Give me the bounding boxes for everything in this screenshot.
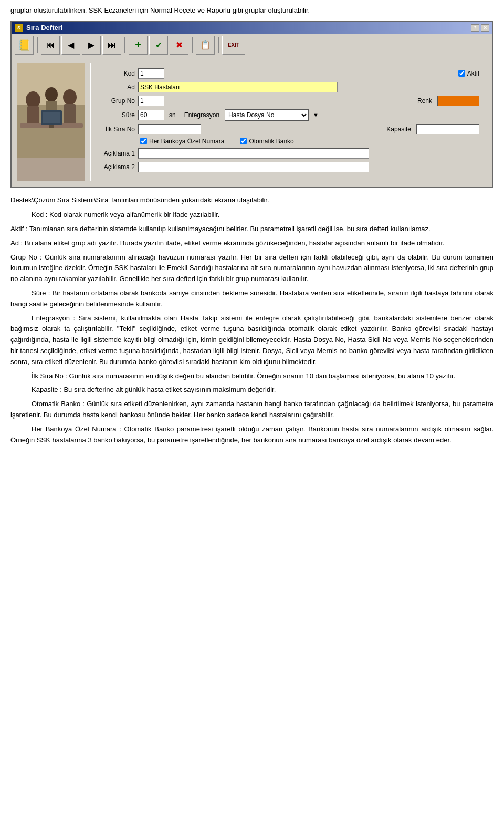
form-right: Kod Aktif Ad Grup No: [90, 63, 487, 181]
row-aciklama1: Açıklama 1: [98, 148, 479, 159]
last-record-button[interactable]: ⏭: [102, 36, 121, 55]
aciklama1-label: Açıklama 1: [98, 150, 135, 157]
grup-no-input[interactable]: [138, 96, 164, 106]
sn-label: sn: [169, 111, 176, 119]
row-aciklama2: Açıklama 2: [98, 162, 479, 172]
row-grup-no: Grup No Renk: [98, 96, 479, 106]
ad-input[interactable]: [138, 82, 338, 92]
ilk-sira-no-input[interactable]: [138, 124, 201, 134]
svg-rect-10: [43, 112, 60, 123]
her-bankoya-group: Her Bankoya Özel Numara: [140, 138, 224, 145]
para-aktif: Aktif : Tanımlanan sıra defterinin siste…: [10, 224, 494, 235]
exit-button[interactable]: EXIT: [222, 36, 245, 55]
form-panel: Kod Aktif Ad Grup No: [90, 63, 487, 181]
top-paragraph: gruplar oluşturulabilirken, SSK Eczanele…: [10, 5, 494, 16]
svg-rect-7: [64, 104, 76, 125]
form-image: [17, 63, 85, 181]
para-kod: Kod : Kod olarak numerik veya alfanümeri…: [10, 210, 494, 221]
para-kapasite: Kapasite : Bu sıra defterine ait günlük …: [10, 385, 494, 396]
entegrasyon-dropdown-icon[interactable]: ▼: [313, 112, 319, 118]
renk-color-box[interactable]: [437, 96, 479, 106]
entegrasyon-label: Entegrasyon: [184, 111, 219, 119]
kapasite-label: Kapasite: [386, 126, 411, 133]
section-title: Destek\Çözüm Sıra Sistemi\Sıra Tanımları…: [10, 195, 494, 206]
svg-point-6: [63, 89, 77, 105]
toolbar-sep-3: [192, 37, 193, 53]
save-record-button[interactable]: ✔: [149, 36, 168, 55]
row-kod: Kod Aktif: [98, 68, 479, 79]
para-entegrasyon: Entegrasyon : Sıra sistemi, kullanılmakt…: [10, 313, 494, 368]
para-ad: Ad : Bu alana etiket grup adı yazılır. B…: [10, 238, 494, 249]
next-record-button[interactable]: ▶: [82, 36, 101, 55]
kapasite-input[interactable]: [416, 124, 479, 134]
window-titlebar: S Sıra Defteri ? ✕: [12, 22, 492, 34]
toolbar-sep-1: [37, 37, 38, 53]
first-record-button[interactable]: ⏮: [41, 36, 60, 55]
svg-point-2: [26, 91, 40, 108]
window-title: Sıra Defteri: [26, 24, 62, 32]
ilk-sira-no-label: İlk Sıra No: [98, 126, 135, 133]
her-bankoya-label: Her Bankoya Özel Numara: [149, 138, 224, 145]
row-sure: Süre sn Entegrasyon Hasta Dosya No Tekil…: [98, 109, 479, 121]
window-icon: S: [15, 24, 23, 32]
renk-label: Renk: [417, 97, 432, 105]
para-sure: Süre : Bir hastanın ortalama olarak bank…: [10, 288, 494, 310]
her-bankoya-checkbox[interactable]: [140, 138, 147, 144]
titlebar-buttons: ? ✕: [471, 24, 489, 32]
close-button[interactable]: ✕: [481, 24, 489, 32]
otomatik-banko-label: Otomatik Banko: [249, 138, 293, 145]
copy-record-button[interactable]: 📋: [196, 36, 215, 55]
toolbar-sep-4: [218, 37, 219, 53]
entegrasyon-select[interactable]: Hasta Dosya No Tekil Hasta Sicil No Mern…: [225, 109, 309, 121]
toolbar: 📒 ⏮ ◀ ▶ ⏭ + ✔ ✖ 📋 EXIT: [12, 34, 492, 57]
para-ilk-sira: İlk Sıra No : Günlük sıra numarasının en…: [10, 371, 494, 382]
otomatik-banko-checkbox[interactable]: [240, 138, 247, 144]
aktif-checkbox[interactable]: [458, 70, 465, 77]
svg-rect-11: [49, 125, 54, 128]
aktif-checkbox-group: Aktif: [458, 70, 479, 77]
otomatik-banko-group: Otomatik Banko: [240, 138, 293, 145]
aciklama2-label: Açıklama 2: [98, 163, 135, 171]
delete-record-button[interactable]: ✖: [170, 36, 188, 55]
aktif-label: Aktif: [467, 70, 479, 77]
prev-record-button[interactable]: ◀: [61, 36, 80, 55]
kod-label: Kod: [98, 70, 135, 77]
para-grup-no: Grup No : Günlük sıra numaralarının alın…: [10, 252, 494, 285]
sira-defteri-window: S Sıra Defteri ? ✕ 📒 ⏮ ◀ ▶ ⏭ + ✔ ✖ 📋 EXI…: [10, 21, 494, 188]
para-her-bankoya: Her Bankoya Özel Numara : Otomatik Banko…: [10, 424, 494, 446]
grup-no-label: Grup No: [98, 97, 135, 105]
help-button[interactable]: ?: [471, 24, 479, 32]
aciklama1-input[interactable]: [138, 148, 369, 159]
sure-input[interactable]: [138, 110, 164, 120]
titlebar-left: S Sıra Defteri: [15, 24, 62, 32]
row-checkboxes: Her Bankoya Özel Numara Otomatik Banko: [140, 138, 479, 145]
book-toolbar-btn[interactable]: 📒: [15, 36, 34, 55]
toolbar-sep-2: [124, 37, 125, 53]
row-ad: Ad: [98, 82, 479, 92]
content-paragraphs: Kod : Kod olarak numerik veya alfanümeri…: [10, 210, 494, 446]
form-area: Kod Aktif Ad Grup No: [12, 57, 492, 187]
sure-label: Süre: [98, 111, 135, 119]
ad-label: Ad: [98, 84, 135, 91]
add-record-button[interactable]: +: [129, 36, 148, 55]
para-otomatik-banko: Otomatik Banko : Günlük sıra etiketi düz…: [10, 399, 494, 421]
aciklama2-input[interactable]: [138, 162, 369, 172]
kod-input[interactable]: [138, 68, 164, 79]
row-ilk-sira: İlk Sıra No Kapasite: [98, 124, 479, 134]
svg-point-4: [45, 87, 58, 102]
